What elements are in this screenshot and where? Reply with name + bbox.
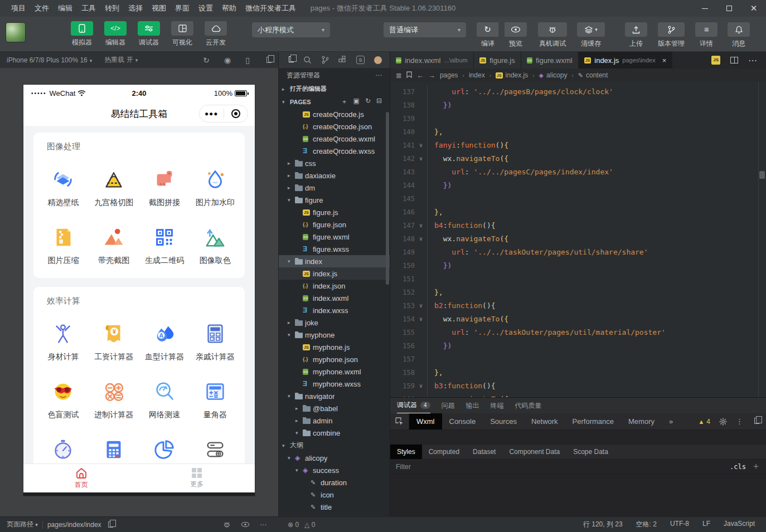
device-frame-icon[interactable]: ▯ (245, 56, 250, 65)
menu-item[interactable]: 设置 (194, 3, 217, 13)
remote-debug-button[interactable]: 真机调试 (536, 22, 569, 48)
warning-count[interactable]: ▲4 (698, 418, 710, 426)
app-watermark[interactable]: 图片加水印 (190, 154, 240, 208)
tree-item[interactable]: createQrcode.json (279, 120, 390, 133)
forward-icon[interactable]: → (428, 71, 435, 80)
app-salary-calc[interactable]: ¥ 工资计算器 (89, 309, 139, 362)
tree-item[interactable]: figure (279, 194, 390, 206)
app-body-calc[interactable]: 身材计算 (38, 309, 89, 362)
hot-reload-toggle[interactable]: 热重载 开▾ (104, 55, 138, 65)
simulator-toggle-button[interactable]: 模拟器 (69, 21, 95, 47)
menu-item[interactable]: 界面 (171, 3, 194, 13)
debugger-toggle-button[interactable]: 调试器 (136, 21, 162, 47)
tree-item[interactable]: index (279, 255, 390, 267)
tree-item[interactable]: @babel (279, 402, 390, 414)
status-more-icon[interactable]: ⋯ (260, 521, 266, 529)
app-relative-calc[interactable]: +−×= 亲戚计算器 (190, 309, 240, 362)
maximize-button[interactable] (717, 0, 741, 17)
menu-item[interactable]: 视图 (147, 3, 171, 13)
menu-item[interactable]: 帮助 (217, 3, 241, 13)
tab-sources[interactable]: Sources (483, 413, 524, 429)
tree-item[interactable]: myphone.wxss (279, 378, 390, 390)
tab-home[interactable]: 首页 (23, 464, 139, 492)
refresh-explorer-icon[interactable]: ↻ (365, 97, 371, 106)
cloud-dev-button[interactable]: 云开发 (203, 21, 229, 47)
undock-icon[interactable] (752, 417, 759, 426)
menu-item[interactable]: 编辑 (54, 3, 77, 13)
compile-button[interactable]: ↻ 编译 (474, 22, 502, 48)
tree-item[interactable]: css (279, 157, 390, 169)
status-item[interactable]: 行 120, 列 23 (583, 520, 623, 529)
outline-item[interactable]: duration (279, 476, 390, 489)
new-file-icon[interactable]: ＋ (341, 97, 348, 106)
back-icon[interactable]: ← (416, 71, 424, 80)
tree-item[interactable]: daxiaoxie (279, 169, 390, 182)
app-counter[interactable]: 计数器 (190, 424, 240, 463)
elements-tree-area[interactable] (390, 430, 766, 445)
close-tab-icon[interactable]: × (662, 56, 667, 65)
breadcrumb-pages[interactable]: pages (440, 71, 458, 79)
status-item[interactable]: 空格: 2 (636, 520, 657, 529)
code-editor[interactable]: 137 url: '../../pagesB/pages/clock/clock… (390, 82, 766, 397)
tree-item[interactable]: myphone (279, 329, 390, 341)
extensions-icon[interactable] (338, 56, 347, 64)
app-timer[interactable]: 计时器 (89, 424, 139, 463)
tab-component-data[interactable]: Component Data (502, 445, 566, 459)
tab-memory[interactable]: Memory (621, 413, 662, 429)
gear-icon[interactable] (719, 418, 727, 426)
panel-tab[interactable]: 终端 (491, 398, 504, 413)
outline-list-icon[interactable]: ≣ (396, 71, 402, 80)
app-net-speed[interactable]: 网络测速 (139, 367, 190, 420)
outline-item[interactable]: success (279, 464, 390, 476)
snippets-icon[interactable]: S (356, 56, 365, 64)
tree-item[interactable]: navigator (279, 390, 390, 402)
error-count[interactable]: ⊗ 0 (288, 521, 299, 529)
js-mode-icon[interactable]: JS (711, 56, 720, 65)
status-item[interactable]: UTF-8 (670, 520, 689, 529)
tab-dataset[interactable]: Dataset (466, 445, 502, 459)
preview-button[interactable]: 预览 (502, 22, 530, 48)
close-capsule-button[interactable] (224, 109, 248, 118)
app-grid-cut[interactable]: 九宫格切图 (89, 154, 139, 208)
editor-scrollbar[interactable] (758, 82, 766, 397)
app-protractor[interactable]: 量角器 (190, 367, 240, 420)
project-avatar[interactable] (6, 22, 26, 42)
files-icon[interactable] (287, 56, 294, 64)
tree-item[interactable]: joke (279, 316, 390, 329)
menu-item[interactable]: 文件 (30, 3, 54, 13)
app-qrcode[interactable]: 生成二维码 (139, 212, 190, 266)
tree-item[interactable]: myphone.json (279, 353, 390, 365)
clear-cache-button[interactable]: ▾ 清缓存 (575, 22, 607, 48)
menu-item[interactable]: 项目 (7, 3, 30, 13)
app-fullscreen-clock[interactable]: 全屏时钟 (38, 424, 89, 463)
breadcrumb-index[interactable]: index (469, 71, 485, 79)
tree-item[interactable]: index.json (279, 280, 390, 292)
inspect-element-icon[interactable] (390, 413, 409, 429)
tree-item[interactable]: index.wxss (279, 304, 390, 316)
app-random-number[interactable]: 随机数字 (139, 424, 190, 463)
tree-item[interactable]: figure.js (279, 206, 390, 218)
tab-console[interactable]: Console (442, 413, 483, 429)
explorer-scrollbar[interactable] (386, 112, 389, 285)
multi-window-icon[interactable] (264, 56, 272, 65)
outline-item[interactable]: icon (279, 489, 390, 501)
status-item[interactable]: JavaScript (724, 520, 755, 529)
panel-tab[interactable]: 代码质量 (515, 398, 542, 413)
tree-item[interactable]: index.wxml (279, 292, 390, 304)
tab-network[interactable]: Network (524, 413, 565, 429)
tab-computed[interactable]: Computed (422, 445, 466, 459)
editor-toggle-button[interactable]: </> 编辑器 (103, 21, 128, 47)
device-select[interactable]: iPhone 6/7/8 Plus 100% 16▾ (7, 56, 92, 64)
more-tabs-icon[interactable]: » (662, 413, 680, 429)
search-icon[interactable] (303, 56, 312, 64)
app-color-pick[interactable]: 图像取色 (190, 212, 240, 266)
add-style-icon[interactable]: ＋ (752, 461, 760, 472)
more-menu-button[interactable]: ●●● (200, 110, 224, 118)
page-path-value[interactable]: pages/index/index (47, 521, 101, 529)
panel-tab[interactable]: 问题 (442, 398, 455, 413)
compile-mode-select[interactable]: 普通编译 ▾ (384, 22, 466, 37)
breadcrumb-indexjs[interactable]: JSindex.js (496, 71, 528, 79)
split-editor-icon[interactable] (730, 57, 738, 64)
outline-item[interactable]: alicopy (279, 452, 390, 464)
outline-section-header[interactable]: ▾ 大纲 (279, 439, 390, 452)
